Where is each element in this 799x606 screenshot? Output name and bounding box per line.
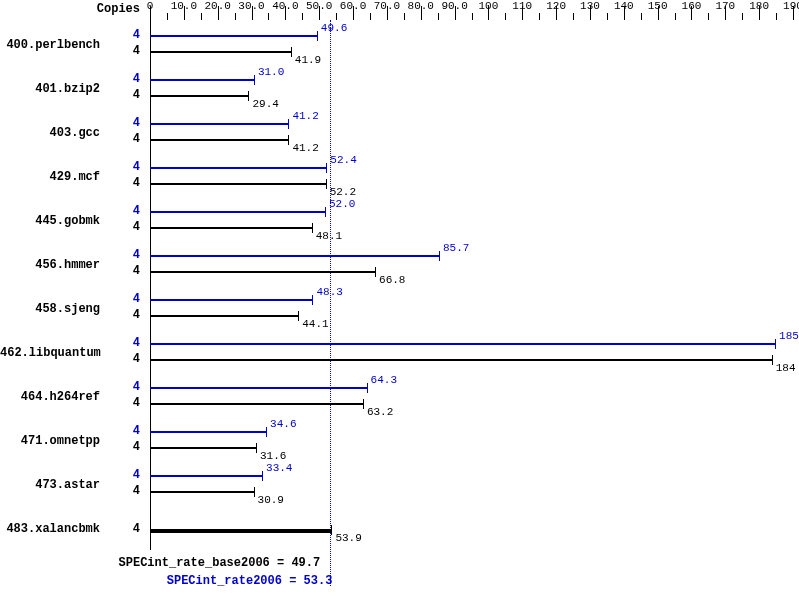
copies-base: 4 xyxy=(120,522,140,536)
axis-minor-tick xyxy=(268,13,269,20)
benchmark-row: 462.libquantum41854184 xyxy=(0,332,799,376)
axis-minor-tick xyxy=(167,13,168,20)
base-value-label: 29.4 xyxy=(252,98,278,110)
peak-value-label: 48.3 xyxy=(316,286,342,298)
base-value-label: 41.2 xyxy=(292,142,318,154)
copies-base: 4 xyxy=(120,132,140,146)
copies-base: 4 xyxy=(120,176,140,190)
footer-peak-label: SPECint_rate2006 = 53.3 xyxy=(167,574,333,588)
axis-tick-label: 60.0 xyxy=(340,0,366,12)
axis-minor-tick xyxy=(336,13,337,20)
copies-base: 4 xyxy=(120,352,140,366)
benchmark-row: 445.gobmk452.0448.1 xyxy=(0,200,799,244)
axis-minor-tick xyxy=(404,13,405,20)
axis-tick-label: 110 xyxy=(512,0,532,12)
axis-minor-tick xyxy=(472,13,473,20)
base-value-label: 48.1 xyxy=(316,230,342,242)
copies-peak: 4 xyxy=(120,292,140,306)
benchmark-name: 403.gcc xyxy=(0,126,100,140)
axis-tick-label: 20.0 xyxy=(204,0,230,12)
axis-tick-label: 30.0 xyxy=(238,0,264,12)
axis-minor-tick xyxy=(573,13,574,20)
axis-minor-tick xyxy=(201,13,202,20)
copies-peak: 4 xyxy=(120,160,140,174)
peak-value-label: 64.3 xyxy=(371,374,397,386)
copies-peak: 4 xyxy=(120,116,140,130)
peak-value-label: 52.4 xyxy=(330,154,356,166)
axis-tick-label: 160 xyxy=(682,0,702,12)
base-value-label: 31.6 xyxy=(260,450,286,462)
benchmark-name: 462.libquantum xyxy=(0,346,100,360)
copies-peak: 4 xyxy=(120,28,140,42)
benchmark-name: 473.astar xyxy=(0,478,100,492)
benchmark-row: 456.hmmer485.7466.8 xyxy=(0,244,799,288)
benchmark-row: 464.h264ref464.3463.2 xyxy=(0,376,799,420)
axis-tick-label: 130 xyxy=(580,0,600,12)
footer-base-label: SPECint_rate_base2006 = 49.7 xyxy=(119,556,321,570)
axis-minor-tick xyxy=(742,13,743,20)
peak-value-label: 49.6 xyxy=(321,22,347,34)
copies-base: 4 xyxy=(120,264,140,278)
axis-minor-tick xyxy=(708,13,709,20)
base-value-label: 52.2 xyxy=(330,186,356,198)
copies-base: 4 xyxy=(120,308,140,322)
copies-peak: 4 xyxy=(120,248,140,262)
axis-tick-label: 80.0 xyxy=(408,0,434,12)
base-value-label: 41.9 xyxy=(295,54,321,66)
copies-base: 4 xyxy=(120,88,140,102)
base-value-label: 184 xyxy=(776,362,796,374)
copies-base: 4 xyxy=(120,440,140,454)
peak-value-label: 52.0 xyxy=(329,198,355,210)
axis-tick-label: 170 xyxy=(715,0,735,12)
base-value-label: 63.2 xyxy=(367,406,393,418)
copies-peak: 4 xyxy=(120,380,140,394)
axis-tick-label: 140 xyxy=(614,0,634,12)
peak-value-label: 33.4 xyxy=(266,462,292,474)
copies-base: 4 xyxy=(120,44,140,58)
base-value-label: 53.9 xyxy=(335,532,361,544)
benchmark-name: 401.bzip2 xyxy=(0,82,100,96)
axis-minor-tick xyxy=(438,13,439,20)
benchmark-row: 400.perlbench449.6441.9 xyxy=(0,24,799,68)
axis-tick-label: 10.0 xyxy=(171,0,197,12)
copies-base: 4 xyxy=(120,220,140,234)
axis-minor-tick xyxy=(607,13,608,20)
axis-tick-label: 50.0 xyxy=(306,0,332,12)
peak-value-label: 31.0 xyxy=(258,66,284,78)
axis-tick-label: 190 xyxy=(783,0,799,12)
axis-minor-tick xyxy=(370,13,371,20)
copies-peak: 4 xyxy=(120,204,140,218)
copies-base: 4 xyxy=(120,484,140,498)
spec-rate-chart: 010.020.030.040.050.060.070.080.090.0100… xyxy=(0,0,799,606)
axis-tick-label: 70.0 xyxy=(374,0,400,12)
axis-tick-label: 100 xyxy=(479,0,499,12)
benchmark-row: 429.mcf452.4452.2 xyxy=(0,156,799,200)
axis-minor-tick xyxy=(505,13,506,20)
axis-tick-label: 150 xyxy=(648,0,668,12)
peak-value-label: 185 xyxy=(779,330,799,342)
base-value-label: 44.1 xyxy=(302,318,328,330)
benchmark-row: 483.xalancbmk453.9 xyxy=(0,508,799,552)
axis-tick-label: 180 xyxy=(749,0,769,12)
peak-value-label: 34.6 xyxy=(270,418,296,430)
benchmark-name: 458.sjeng xyxy=(0,302,100,316)
axis-tick-label: 0 xyxy=(147,0,154,12)
axis-tick-label: 40.0 xyxy=(272,0,298,12)
axis-minor-tick xyxy=(302,13,303,20)
copies-peak: 4 xyxy=(120,424,140,438)
benchmark-row: 471.omnetpp434.6431.6 xyxy=(0,420,799,464)
copies-peak: 4 xyxy=(120,336,140,350)
axis-minor-tick xyxy=(641,13,642,20)
axis-tick-label: 90.0 xyxy=(441,0,467,12)
benchmark-row: 458.sjeng448.3444.1 xyxy=(0,288,799,332)
benchmark-name: 445.gobmk xyxy=(0,214,100,228)
benchmark-name: 464.h264ref xyxy=(0,390,100,404)
copies-header: Copies xyxy=(90,2,140,16)
copies-base: 4 xyxy=(120,396,140,410)
copies-peak: 4 xyxy=(120,72,140,86)
axis-minor-tick xyxy=(235,13,236,20)
benchmark-name: 400.perlbench xyxy=(0,38,100,52)
axis-tick-label: 120 xyxy=(546,0,566,12)
axis-minor-tick xyxy=(776,13,777,20)
base-value-label: 30.9 xyxy=(258,494,284,506)
